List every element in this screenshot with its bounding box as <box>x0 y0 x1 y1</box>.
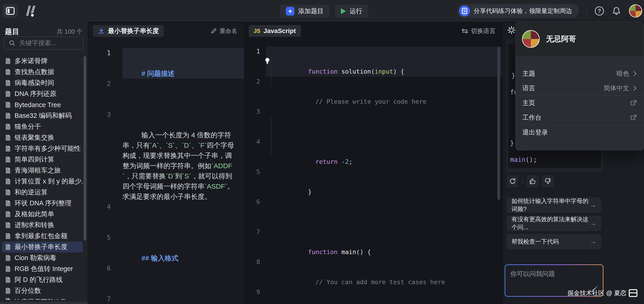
theme-menu-item[interactable]: 主题 暗色 <box>516 66 644 81</box>
line-number: 3 <box>245 107 266 117</box>
promo-banner-text: 分享代码练习体验，领限量定制周边 <box>474 7 572 15</box>
problem-list-item[interactable]: 简单四则计算 <box>2 154 83 165</box>
problem-list-item[interactable]: DNA 序列还原 <box>2 88 83 99</box>
problem-list-item[interactable]: 字符串有多少种可能性 <box>2 143 83 154</box>
editor-scrollbar[interactable] <box>497 47 500 200</box>
sidebar-toggle-button[interactable] <box>3 4 18 18</box>
username: 无忌阿哥 <box>546 34 576 44</box>
problem-list-item[interactable]: 青海湖租车之旅 <box>2 165 83 176</box>
lightbulb-icon[interactable] <box>264 58 270 65</box>
logout-menu-item[interactable]: 退出登录 <box>516 125 644 140</box>
markdown-segment: 、 <box>159 142 166 149</box>
language-label: 语言 <box>522 84 535 93</box>
code-line: 7 function main() { <box>245 227 502 257</box>
problem-markdown-editor[interactable]: 1 # 问题描述 2 3 输入一个长度为 4 倍数的字 <box>88 39 244 304</box>
document-icon <box>5 167 11 174</box>
problem-list-item-label: 计算位置 x 到 y 的最少... <box>14 177 83 186</box>
problem-list-item-label: 及格如此简单 <box>14 210 54 219</box>
document-icon <box>5 222 11 229</box>
code-segment: function <box>308 68 341 75</box>
search-icon <box>9 40 16 47</box>
switch-language-button[interactable]: 切换语言 <box>461 27 496 35</box>
problem-list-item[interactable]: 猫鱼分干 <box>2 121 83 132</box>
problem-list-item[interactable]: 及格如此简单 <box>2 209 83 220</box>
ai-sparkle-icon <box>507 26 516 35</box>
thumbs-up-button[interactable] <box>526 175 539 187</box>
code-segment: return <box>316 158 338 165</box>
help-button[interactable]: ? <box>595 7 604 16</box>
problem-list-item[interactable]: Cion 勒索病毒 <box>2 252 83 263</box>
document-icon <box>5 58 11 65</box>
code-editor[interactable]: 1 function solution(input) { 2 // Please… <box>245 39 502 304</box>
problem-list-item[interactable]: Base32 编码和解码 <box>2 110 83 121</box>
app-logo[interactable] <box>23 4 37 18</box>
problem-list-item[interactable]: 百分位数 <box>2 285 83 296</box>
code-segment: // You can add more test cases here <box>316 278 445 285</box>
problem-tab[interactable]: 最小替换子串长度 <box>93 25 164 37</box>
actions-divider <box>522 178 523 184</box>
theme-value: 暗色 <box>616 69 629 78</box>
markdown-segment: `S` <box>182 172 191 180</box>
suggestion-chip[interactable]: 有没有更高效的算法来解决这个问... → <box>506 216 601 231</box>
problem-list-item[interactable]: 和的逆运算 <box>2 187 83 198</box>
problem-list-item-label: 阿 D 的飞行路线 <box>14 275 62 284</box>
document-icon <box>5 211 11 218</box>
markdown-line-content <box>122 79 244 109</box>
problem-list-item[interactable]: 阿 D 的飞行路线 <box>2 274 83 285</box>
code-segment <box>308 278 316 285</box>
arrow-right-icon: → <box>590 220 596 227</box>
logout-label: 退出登录 <box>522 128 548 137</box>
problem-list-item[interactable]: 拿到最多红包金额 <box>2 231 83 241</box>
line-number: 3 <box>88 109 122 120</box>
bell-icon <box>612 6 621 16</box>
problem-list-item[interactable]: 计算位置 x 到 y 的最少... <box>2 176 83 187</box>
language-tab[interactable]: JS JavaScript <box>249 25 301 37</box>
download-icon <box>98 28 105 35</box>
document-icon <box>5 233 11 239</box>
thumbs-down-button[interactable] <box>542 175 554 187</box>
sidebar-scrollbar[interactable] <box>84 56 86 241</box>
run-button[interactable]: 运行 <box>335 5 368 18</box>
problem-list: 多米诺骨牌 查找热点数据 病毒感染时间 <box>2 56 83 300</box>
suggestion-chip[interactable]: 帮我检查一下代码 → <box>506 234 601 249</box>
problem-list-item[interactable]: Bytedance Tree <box>2 99 83 110</box>
line-number: 4 <box>245 137 266 147</box>
promo-banner[interactable]: 分享代码练习体验，领限量定制周边 <box>457 4 579 18</box>
problem-list-item-label: 比赛是否获胜次数 <box>14 297 68 300</box>
regenerate-button[interactable] <box>506 175 519 187</box>
markdown-segment: `ASDF` <box>204 183 227 190</box>
search-input[interactable]: 关键字搜索... <box>4 37 83 50</box>
problem-list-item[interactable]: 病毒感染时间 <box>2 78 83 88</box>
problem-list-item[interactable]: 多米诺骨牌 <box>2 56 83 67</box>
notifications-button[interactable] <box>612 6 621 16</box>
markdown-line: 6 <box>88 263 244 294</box>
line-number: 7 <box>88 294 122 304</box>
home-menu-item[interactable]: 主页 <box>516 96 644 110</box>
line-number: 4 <box>88 202 122 212</box>
code-fragment: main(); <box>510 156 537 163</box>
problem-list-item[interactable]: 环状 DNA 序列整理 <box>2 198 83 209</box>
rename-button[interactable]: 重命名 <box>210 27 237 35</box>
problem-list-item[interactable]: 最小替换子串长度 <box>2 241 83 252</box>
external-link-icon <box>630 100 637 106</box>
problem-list-item[interactable]: 链表聚集交换 <box>2 132 83 143</box>
problem-list-item-label: 环状 DNA 序列整理 <box>14 199 72 208</box>
problem-list-item[interactable]: 进制求和转换 <box>2 220 83 231</box>
suggestion-chip[interactable]: 如何统计输入字符串中字母的词频? → <box>506 197 601 213</box>
line-number: 7 <box>245 227 266 237</box>
language-menu-item[interactable]: 语言 简体中文 <box>516 81 644 96</box>
workbench-menu-item[interactable]: 工作台 <box>516 110 644 125</box>
add-problem-button[interactable]: + 添加题目 <box>280 5 330 18</box>
code-fragment: } <box>510 139 514 147</box>
code-line: 5 } <box>245 167 502 197</box>
problem-list-item[interactable]: RGB 色值转 Integer <box>2 263 83 274</box>
problem-list-item[interactable]: 查找热点数据 <box>2 67 83 78</box>
problem-list-item[interactable]: 比赛是否获胜次数 <box>2 296 83 300</box>
watermark-text: 掘金技术社区 @ 夏恋 <box>568 289 626 297</box>
document-icon <box>5 189 11 196</box>
code-fragment: } <box>512 72 515 80</box>
user-avatar[interactable] <box>629 4 642 18</box>
code-line-content: } <box>266 167 502 197</box>
markdown-segment: `S` <box>166 142 175 149</box>
sidebar-hscrollbar[interactable] <box>0 302 88 304</box>
